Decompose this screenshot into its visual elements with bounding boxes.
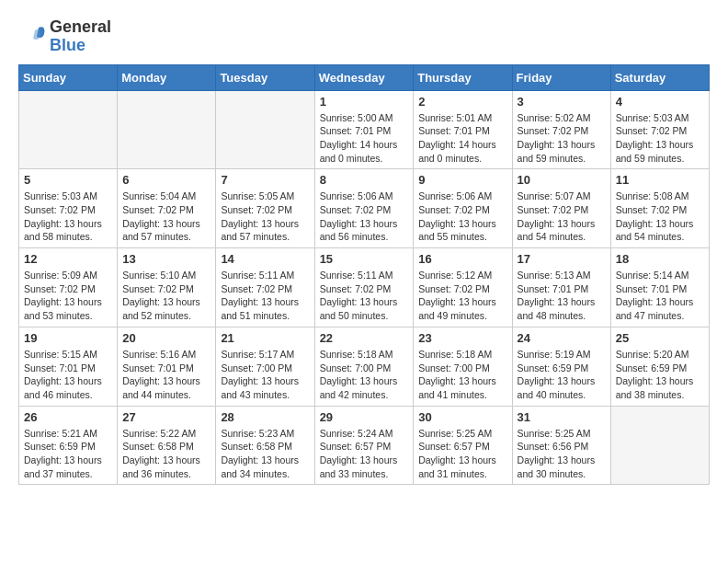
day-info: Sunrise: 5:06 AM Sunset: 7:02 PM Dayligh… — [320, 190, 409, 244]
day-info: Sunrise: 5:03 AM Sunset: 7:02 PM Dayligh… — [24, 190, 112, 244]
calendar-cell: 10Sunrise: 5:07 AM Sunset: 7:02 PM Dayli… — [512, 169, 610, 248]
day-info: Sunrise: 5:14 AM Sunset: 7:01 PM Dayligh… — [616, 269, 704, 323]
day-number: 13 — [122, 252, 210, 266]
day-info: Sunrise: 5:21 AM Sunset: 6:59 PM Dayligh… — [24, 427, 112, 481]
weekday-header-friday: Friday — [512, 64, 610, 90]
calendar-cell: 27Sunrise: 5:22 AM Sunset: 6:58 PM Dayli… — [118, 406, 216, 485]
calendar-cell: 20Sunrise: 5:16 AM Sunset: 7:01 PM Dayli… — [118, 327, 216, 406]
day-number: 10 — [518, 173, 606, 187]
day-number: 27 — [122, 410, 210, 424]
day-number: 11 — [616, 173, 704, 187]
day-number: 28 — [221, 410, 309, 424]
day-info: Sunrise: 5:10 AM Sunset: 7:02 PM Dayligh… — [122, 269, 210, 323]
day-info: Sunrise: 5:12 AM Sunset: 7:02 PM Dayligh… — [418, 269, 506, 323]
calendar-cell: 3Sunrise: 5:02 AM Sunset: 7:02 PM Daylig… — [512, 90, 610, 169]
day-number: 18 — [616, 252, 704, 266]
day-number: 16 — [418, 252, 506, 266]
weekday-header-thursday: Thursday — [414, 64, 512, 90]
day-number: 7 — [221, 173, 309, 187]
day-info: Sunrise: 5:11 AM Sunset: 7:02 PM Dayligh… — [320, 269, 409, 323]
calendar-week-row: 12Sunrise: 5:09 AM Sunset: 7:02 PM Dayli… — [19, 248, 710, 327]
calendar-week-row: 26Sunrise: 5:21 AM Sunset: 6:59 PM Dayli… — [19, 406, 710, 485]
day-number: 17 — [518, 252, 606, 266]
day-info: Sunrise: 5:24 AM Sunset: 6:57 PM Dayligh… — [320, 427, 409, 481]
day-info: Sunrise: 5:06 AM Sunset: 7:02 PM Dayligh… — [418, 190, 506, 244]
day-number: 3 — [518, 95, 606, 109]
calendar-table: SundayMondayTuesdayWednesdayThursdayFrid… — [18, 64, 710, 486]
day-info: Sunrise: 5:18 AM Sunset: 7:00 PM Dayligh… — [418, 348, 506, 402]
day-number: 4 — [616, 95, 704, 109]
day-info: Sunrise: 5:15 AM Sunset: 7:01 PM Dayligh… — [24, 348, 112, 402]
calendar-cell: 30Sunrise: 5:25 AM Sunset: 6:57 PM Dayli… — [414, 406, 512, 485]
weekday-header-sunday: Sunday — [19, 64, 118, 90]
day-info: Sunrise: 5:19 AM Sunset: 6:59 PM Dayligh… — [518, 348, 606, 402]
day-number: 20 — [122, 331, 210, 345]
calendar-cell: 28Sunrise: 5:23 AM Sunset: 6:58 PM Dayli… — [216, 406, 314, 485]
calendar-cell: 1Sunrise: 5:00 AM Sunset: 7:01 PM Daylig… — [314, 90, 414, 169]
day-info: Sunrise: 5:22 AM Sunset: 6:58 PM Dayligh… — [122, 427, 210, 481]
calendar-cell: 24Sunrise: 5:19 AM Sunset: 6:59 PM Dayli… — [512, 327, 610, 406]
calendar-cell: 15Sunrise: 5:11 AM Sunset: 7:02 PM Dayli… — [314, 248, 414, 327]
calendar-cell: 9Sunrise: 5:06 AM Sunset: 7:02 PM Daylig… — [414, 169, 512, 248]
calendar-cell: 17Sunrise: 5:13 AM Sunset: 7:01 PM Dayli… — [512, 248, 610, 327]
day-number: 23 — [418, 331, 506, 345]
logo-svg — [18, 23, 46, 51]
calendar-cell: 8Sunrise: 5:06 AM Sunset: 7:02 PM Daylig… — [314, 169, 414, 248]
day-number: 8 — [320, 173, 409, 187]
day-info: Sunrise: 5:07 AM Sunset: 7:02 PM Dayligh… — [518, 190, 606, 244]
day-info: Sunrise: 5:25 AM Sunset: 6:57 PM Dayligh… — [418, 427, 506, 481]
calendar-cell: 18Sunrise: 5:14 AM Sunset: 7:01 PM Dayli… — [610, 248, 709, 327]
calendar-cell: 19Sunrise: 5:15 AM Sunset: 7:01 PM Dayli… — [19, 327, 118, 406]
day-number: 6 — [122, 173, 210, 187]
weekday-header-tuesday: Tuesday — [216, 64, 314, 90]
calendar-cell: 13Sunrise: 5:10 AM Sunset: 7:02 PM Dayli… — [118, 248, 216, 327]
day-number: 22 — [320, 331, 409, 345]
day-number: 31 — [518, 410, 606, 424]
calendar-cell: 16Sunrise: 5:12 AM Sunset: 7:02 PM Dayli… — [414, 248, 512, 327]
calendar-cell — [610, 406, 709, 485]
day-info: Sunrise: 5:08 AM Sunset: 7:02 PM Dayligh… — [616, 190, 704, 244]
day-number: 9 — [418, 173, 506, 187]
weekday-header-row: SundayMondayTuesdayWednesdayThursdayFrid… — [19, 64, 710, 90]
calendar-week-row: 5Sunrise: 5:03 AM Sunset: 7:02 PM Daylig… — [19, 169, 710, 248]
day-number: 29 — [320, 410, 409, 424]
day-number: 21 — [221, 331, 309, 345]
day-info: Sunrise: 5:05 AM Sunset: 7:02 PM Dayligh… — [221, 190, 309, 244]
day-number: 24 — [518, 331, 606, 345]
day-info: Sunrise: 5:02 AM Sunset: 7:02 PM Dayligh… — [518, 111, 606, 166]
day-info: Sunrise: 5:18 AM Sunset: 7:00 PM Dayligh… — [320, 348, 409, 402]
day-info: Sunrise: 5:25 AM Sunset: 6:56 PM Dayligh… — [518, 427, 606, 481]
calendar-cell: 26Sunrise: 5:21 AM Sunset: 6:59 PM Dayli… — [19, 406, 118, 485]
day-info: Sunrise: 5:01 AM Sunset: 7:01 PM Dayligh… — [418, 111, 506, 166]
weekday-header-monday: Monday — [118, 64, 216, 90]
page-header: General Blue — [18, 18, 710, 55]
day-info: Sunrise: 5:23 AM Sunset: 6:58 PM Dayligh… — [221, 427, 309, 481]
calendar-cell: 11Sunrise: 5:08 AM Sunset: 7:02 PM Dayli… — [610, 169, 709, 248]
day-info: Sunrise: 5:11 AM Sunset: 7:02 PM Dayligh… — [221, 269, 309, 323]
day-info: Sunrise: 5:13 AM Sunset: 7:01 PM Dayligh… — [518, 269, 606, 323]
day-number: 14 — [221, 252, 309, 266]
calendar-cell: 14Sunrise: 5:11 AM Sunset: 7:02 PM Dayli… — [216, 248, 314, 327]
day-number: 2 — [418, 95, 506, 109]
calendar-cell: 7Sunrise: 5:05 AM Sunset: 7:02 PM Daylig… — [216, 169, 314, 248]
calendar-cell: 5Sunrise: 5:03 AM Sunset: 7:02 PM Daylig… — [19, 169, 118, 248]
calendar-cell: 25Sunrise: 5:20 AM Sunset: 6:59 PM Dayli… — [610, 327, 709, 406]
calendar-cell — [118, 90, 216, 169]
calendar-cell: 4Sunrise: 5:03 AM Sunset: 7:02 PM Daylig… — [610, 90, 709, 169]
logo: General Blue — [18, 18, 111, 55]
calendar-cell: 2Sunrise: 5:01 AM Sunset: 7:01 PM Daylig… — [414, 90, 512, 169]
calendar-cell — [19, 90, 118, 169]
day-info: Sunrise: 5:16 AM Sunset: 7:01 PM Dayligh… — [122, 348, 210, 402]
day-number: 26 — [24, 410, 112, 424]
day-number: 5 — [24, 173, 112, 187]
day-number: 19 — [24, 331, 112, 345]
weekday-header-saturday: Saturday — [610, 64, 709, 90]
calendar-cell: 21Sunrise: 5:17 AM Sunset: 7:00 PM Dayli… — [216, 327, 314, 406]
calendar-week-row: 19Sunrise: 5:15 AM Sunset: 7:01 PM Dayli… — [19, 327, 710, 406]
day-number: 12 — [24, 252, 112, 266]
calendar-cell: 6Sunrise: 5:04 AM Sunset: 7:02 PM Daylig… — [118, 169, 216, 248]
day-info: Sunrise: 5:00 AM Sunset: 7:01 PM Dayligh… — [320, 111, 409, 166]
day-info: Sunrise: 5:20 AM Sunset: 6:59 PM Dayligh… — [616, 348, 704, 402]
calendar-cell: 12Sunrise: 5:09 AM Sunset: 7:02 PM Dayli… — [19, 248, 118, 327]
calendar-cell — [216, 90, 314, 169]
